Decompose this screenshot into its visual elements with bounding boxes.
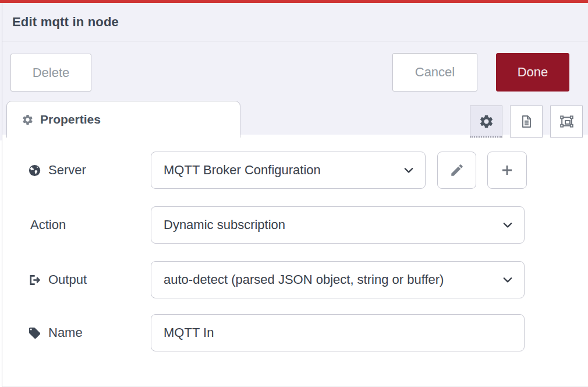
output-select[interactable]: auto-detect (parsed JSON object, string … — [151, 261, 525, 298]
dialog-chrome: Edit mqtt in node Delete Cancel Done Pro… — [0, 3, 588, 140]
server-label: Server — [28, 163, 151, 178]
properties-icon-button[interactable] — [470, 105, 502, 138]
cancel-button[interactable]: Cancel — [392, 53, 477, 92]
cog-icon — [22, 114, 34, 126]
server-select-value: MQTT Broker Configuration — [151, 163, 425, 178]
action-select-value: Dynamic subscription — [151, 217, 524, 233]
tab-properties-label: Properties — [40, 112, 101, 126]
action-select[interactable]: Dynamic subscription — [151, 206, 525, 244]
form-row-name: Name — [28, 314, 525, 351]
properties-panel: Server MQTT Broker Configuration Action … — [2, 135, 588, 387]
name-input[interactable] — [151, 314, 525, 351]
tag-icon — [28, 326, 41, 340]
cog-icon — [479, 114, 494, 129]
add-server-config-button[interactable] — [487, 152, 527, 189]
delete-button[interactable]: Delete — [10, 54, 91, 92]
appearance-icon-button[interactable] — [550, 105, 583, 138]
output-label: Output — [28, 272, 151, 287]
edit-server-config-button[interactable] — [437, 152, 476, 189]
plus-icon — [500, 163, 515, 178]
pencil-icon — [449, 163, 465, 178]
dialog-left-border — [2, 3, 2, 387]
form-row-action: Action Dynamic subscription — [28, 206, 525, 244]
form-row-server: Server MQTT Broker Configuration — [28, 152, 527, 189]
dialog-header: Edit mqtt in node — [2, 3, 588, 41]
done-button[interactable]: Done — [496, 53, 569, 92]
edit-node-dialog: Edit mqtt in node Delete Cancel Done Pro… — [0, 0, 588, 387]
appearance-icon — [559, 114, 575, 129]
server-select[interactable]: MQTT Broker Configuration — [151, 152, 426, 189]
output-select-value: auto-detect (parsed JSON object, string … — [151, 272, 524, 287]
document-icon — [519, 114, 534, 129]
globe-icon — [28, 164, 41, 177]
action-label: Action — [28, 217, 151, 233]
dialog-bottom-border — [2, 386, 588, 386]
dialog-title: Edit mqtt in node — [12, 15, 119, 30]
tab-properties[interactable]: Properties — [6, 101, 240, 138]
description-icon-button[interactable] — [510, 105, 543, 138]
sign-out-icon — [28, 273, 41, 287]
form-row-output: Output auto-detect (parsed JSON object, … — [28, 261, 525, 298]
name-label: Name — [28, 325, 151, 340]
